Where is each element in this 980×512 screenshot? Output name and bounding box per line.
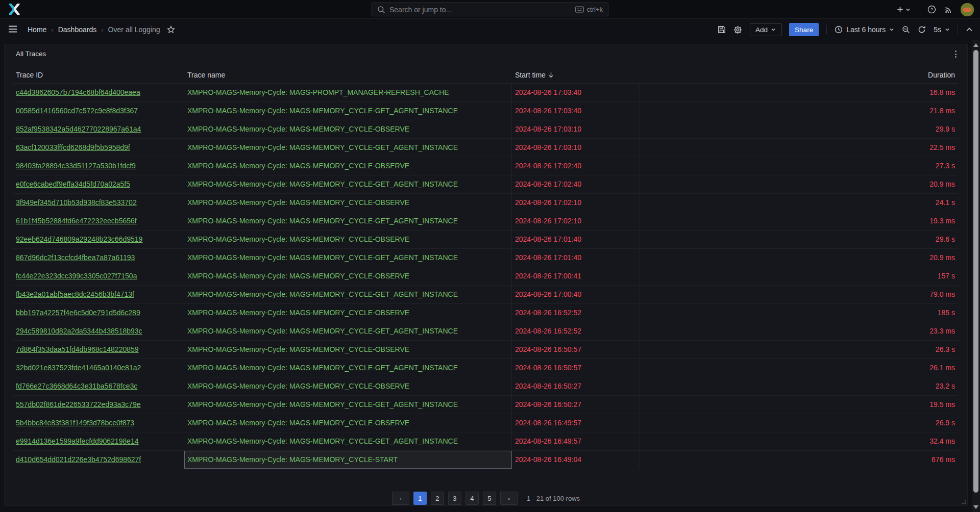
trace-name-cell[interactable]: XMPRO-MAGS-Memory-Cycle: MAGS-MEMORY_CYC… bbox=[184, 341, 512, 359]
trace-id-link[interactable]: 294c589810d82a2da5344b438518b93c bbox=[16, 327, 142, 335]
refresh-icon[interactable] bbox=[918, 25, 926, 34]
pagination-prev-button[interactable]: ‹ bbox=[392, 492, 409, 505]
table-row: 92eeb624d746809a29248b23c66d9519 XMPRO-M… bbox=[13, 231, 958, 249]
pagination-next-button[interactable]: › bbox=[500, 492, 518, 505]
trace-id-link[interactable]: fb43e2a01abf5aec8dc2456b3bf4713f bbox=[16, 290, 134, 298]
help-icon[interactable]: ? bbox=[927, 5, 936, 14]
trace-name-cell[interactable]: XMPRO-MAGS-Memory-Cycle: MAGS-MEMORY_CYC… bbox=[184, 414, 512, 432]
trace-id-link[interactable]: 63acf120033fffcd6268d9f5b5958d9f bbox=[16, 143, 130, 151]
zoom-out-icon[interactable] bbox=[902, 25, 910, 34]
pagination-page-button[interactable]: 4 bbox=[465, 492, 479, 505]
duration-cell: 16.8 ms bbox=[640, 84, 958, 101]
trace-id-link[interactable]: 557db02f861de226533722ed93a3c79e bbox=[16, 400, 140, 408]
trace-name-cell[interactable]: XMPRO-MAGS-Memory-Cycle: MAGS-MEMORY_CYC… bbox=[184, 249, 512, 267]
start-time-cell: 2024-08-26 16:49:04 bbox=[512, 451, 640, 469]
favorite-star-icon[interactable] bbox=[167, 25, 175, 34]
trace-id-link[interactable]: 852af9538342a5d462770228967a61a4 bbox=[16, 125, 141, 133]
trace-name-cell[interactable]: XMPRO-MAGS-Memory-Cycle: MAGS-PROMPT_MAN… bbox=[184, 84, 512, 101]
pagination-page-button[interactable]: 3 bbox=[448, 492, 461, 505]
trace-name-cell[interactable]: XMPRO-MAGS-Memory-Cycle: MAGS-MEMORY_CYC… bbox=[184, 359, 512, 377]
trace-name-cell[interactable]: XMPRO-MAGS-Memory-Cycle: MAGS-MEMORY_CYC… bbox=[184, 231, 512, 248]
trace-id-link[interactable]: 3f949ef345d710b53d938cf83e533702 bbox=[16, 198, 137, 207]
trace-id-link[interactable]: e0fce6cabedf9effa34d5fd70a02a5f5 bbox=[16, 180, 130, 188]
start-time-cell: 2024-08-26 17:03:10 bbox=[512, 120, 640, 138]
trace-id-link[interactable]: 7d864f353daa51fd4db968c148220859 bbox=[16, 345, 139, 353]
duration-cell: 29.9 s bbox=[640, 120, 958, 138]
new-menu-button[interactable] bbox=[896, 6, 911, 13]
start-time-cell: 2024-08-26 16:52:52 bbox=[512, 322, 640, 340]
table-row: 294c589810d82a2da5344b438518b93c XMPRO-M… bbox=[13, 322, 958, 341]
trace-name-cell[interactable]: XMPRO-MAGS-Memory-Cycle: MAGS-MEMORY_CYC… bbox=[184, 157, 512, 175]
trace-name-cell[interactable]: XMPRO-MAGS-Memory-Cycle: MAGS-MEMORY_CYC… bbox=[184, 194, 512, 212]
trace-id-link[interactable]: c44d38626057b7194c68bf64d400eaea bbox=[16, 88, 140, 96]
panel-resize-handle[interactable] bbox=[962, 500, 966, 504]
table-body: c44d38626057b7194c68bf64d400eaea XMPRO-M… bbox=[13, 84, 958, 469]
news-rss-icon[interactable] bbox=[944, 6, 952, 14]
search-input[interactable] bbox=[389, 6, 571, 14]
menu-toggle-icon[interactable] bbox=[8, 25, 17, 33]
trace-id-link[interactable]: fc44e22e323dcc399c3305c027f7150a bbox=[16, 272, 137, 280]
page-scrollbar[interactable] bbox=[972, 40, 980, 512]
share-button[interactable]: Share bbox=[789, 23, 819, 36]
trace-id-link[interactable]: 92eeb624d746809a29248b23c66d9519 bbox=[16, 235, 142, 243]
start-time-cell: 2024-08-26 17:03:10 bbox=[512, 139, 640, 157]
trace-id-link[interactable]: bbb197a42257f4e6c5d0e791d5d6c289 bbox=[16, 309, 140, 317]
duration-cell: 22.5 ms bbox=[640, 139, 958, 157]
search-icon bbox=[377, 6, 385, 14]
column-header-duration[interactable]: Duration bbox=[640, 71, 958, 79]
trace-id-link[interactable]: 00585d1416560cd7c572c9e8f8d3f367 bbox=[16, 107, 138, 115]
breadcrumb-separator: › bbox=[101, 26, 103, 34]
trace-name-cell[interactable]: XMPRO-MAGS-Memory-Cycle: MAGS-MEMORY_CYC… bbox=[184, 212, 512, 230]
app-logo-icon[interactable] bbox=[8, 4, 20, 15]
table-row: bbb197a42257f4e6c5d0e791d5d6c289 XMPRO-M… bbox=[13, 304, 958, 322]
user-avatar[interactable] bbox=[961, 3, 974, 16]
settings-gear-icon[interactable] bbox=[733, 25, 742, 34]
trace-name-cell[interactable]: XMPRO-MAGS-Memory-Cycle: MAGS-MEMORY_CYC… bbox=[184, 175, 512, 193]
trace-id-cell: fc44e22e323dcc399c3305c027f7150a bbox=[13, 267, 184, 285]
column-header-trace-name[interactable]: Trace name bbox=[184, 71, 512, 79]
trace-name-cell[interactable]: XMPRO-MAGS-Memory-Cycle: MAGS-MEMORY_CYC… bbox=[184, 102, 512, 120]
trace-name-cell[interactable]: XMPRO-MAGS-Memory-Cycle: MAGS-MEMORY_CYC… bbox=[184, 377, 512, 395]
scrollbar-thumb[interactable] bbox=[973, 50, 978, 493]
column-header-trace-id[interactable]: Trace ID bbox=[13, 71, 184, 79]
trace-name-cell[interactable]: XMPRO-MAGS-Memory-Cycle: MAGS-MEMORY_CYC… bbox=[184, 396, 512, 414]
breadcrumb-home[interactable]: Home bbox=[28, 25, 46, 34]
duration-cell: 20.9 ms bbox=[640, 249, 958, 267]
global-search[interactable]: ctrl+k bbox=[372, 3, 608, 16]
time-range-picker[interactable]: Last 6 hours bbox=[835, 25, 894, 34]
trace-name-cell[interactable]: XMPRO-MAGS-Memory-Cycle: MAGS-MEMORY_CYC… bbox=[184, 304, 512, 322]
breadcrumb-dashboards[interactable]: Dashboards bbox=[58, 25, 97, 34]
column-header-start-time[interactable]: Start time bbox=[512, 71, 640, 79]
toolbar-divider bbox=[826, 25, 827, 34]
panel-menu-kebab-icon[interactable] bbox=[952, 49, 959, 59]
trace-id-link[interactable]: 98403fa28894c33d51127a530b1fdcf9 bbox=[16, 162, 136, 170]
trace-name-cell[interactable]: XMPRO-MAGS-Memory-Cycle: MAGS-MEMORY_CYC… bbox=[184, 267, 512, 285]
trace-id-link[interactable]: e9914d136e1599a9fecfdd9062198e14 bbox=[16, 437, 139, 445]
trace-name-cell[interactable]: XMPRO-MAGS-Memory-Cycle: MAGS-MEMORY_CYC… bbox=[184, 286, 512, 303]
pagination-page-button[interactable]: 1 bbox=[413, 492, 427, 505]
refresh-interval-picker[interactable]: 5s bbox=[934, 25, 950, 34]
trace-id-link[interactable]: d410d654dd021d226e3b4752d698627f bbox=[16, 455, 141, 464]
trace-id-link[interactable]: 5b4bbc84e83f381f149f3d78bce0f873 bbox=[16, 419, 134, 427]
scrollbar-up-arrow[interactable] bbox=[972, 41, 980, 49]
trace-name-cell[interactable]: XMPRO-MAGS-Memory-Cycle: MAGS-MEMORY_CYC… bbox=[184, 451, 512, 469]
pagination-page-button[interactable]: 5 bbox=[483, 492, 496, 505]
trace-id-cell: 61b1f45b52884fd6e472232eecb5656f bbox=[13, 212, 184, 230]
trace-name-cell[interactable]: XMPRO-MAGS-Memory-Cycle: MAGS-MEMORY_CYC… bbox=[184, 432, 512, 450]
collapse-chevron-up-icon[interactable] bbox=[966, 27, 973, 33]
add-button[interactable]: Add bbox=[750, 23, 781, 36]
trace-name-cell[interactable]: XMPRO-MAGS-Memory-Cycle: MAGS-MEMORY_CYC… bbox=[184, 120, 512, 138]
trace-id-link[interactable]: 61b1f45b52884fd6e472232eecb5656f bbox=[16, 217, 137, 225]
scrollbar-down-arrow[interactable] bbox=[972, 503, 980, 511]
trace-id-link[interactable]: fd766e27c3668d64c3e31ba5678fce3c bbox=[16, 382, 137, 390]
pagination-page-button[interactable]: 2 bbox=[431, 492, 444, 505]
time-range-label: Last 6 hours bbox=[846, 25, 886, 34]
search-shortcut: ctrl+k bbox=[575, 6, 603, 13]
trace-name-cell[interactable]: XMPRO-MAGS-Memory-Cycle: MAGS-MEMORY_CYC… bbox=[184, 139, 512, 157]
trace-id-link[interactable]: 32bd021e837523fde41465a0140e81a2 bbox=[16, 364, 141, 372]
trace-id-link[interactable]: 867d96dc2f13ccfcd4fbea7a87a61193 bbox=[16, 253, 135, 262]
trace-id-cell: e9914d136e1599a9fecfdd9062198e14 bbox=[13, 432, 184, 450]
top-nav-actions: ? bbox=[896, 0, 974, 19]
save-dashboard-icon[interactable] bbox=[718, 25, 726, 34]
trace-name-cell[interactable]: XMPRO-MAGS-Memory-Cycle: MAGS-MEMORY_CYC… bbox=[184, 322, 512, 340]
